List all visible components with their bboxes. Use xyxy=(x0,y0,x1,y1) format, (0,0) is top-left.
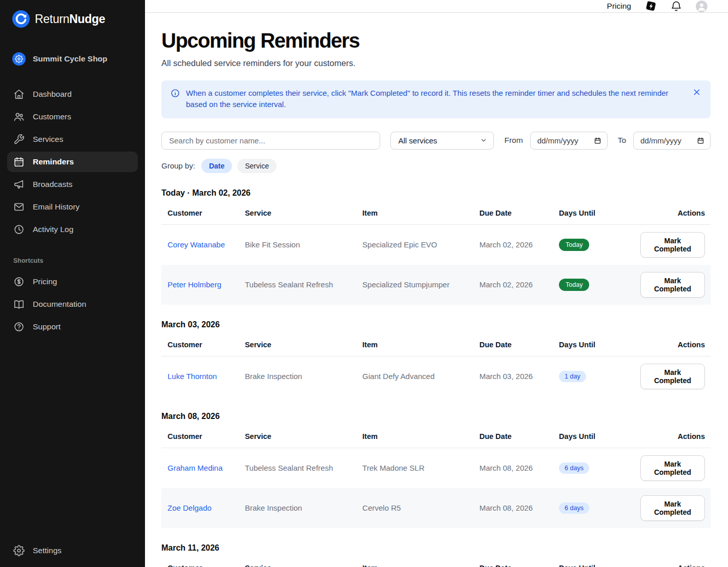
close-icon[interactable] xyxy=(692,88,701,97)
filters-bar: All services From dd/mm/yyyy To dd/mm/yy… xyxy=(161,132,711,150)
chevron-down-icon xyxy=(480,137,487,144)
customer-link[interactable]: Luke Thornton xyxy=(168,372,217,381)
shop-switcher[interactable]: Summit Cycle Shop xyxy=(7,48,138,70)
customer-link[interactable]: Corey Watanabe xyxy=(168,240,225,249)
group-by-pill-service[interactable]: Service xyxy=(237,159,277,173)
column-header-due-date: Due Date xyxy=(480,423,559,448)
due-date-cell: March 08, 2026 xyxy=(480,448,559,488)
sidebar-item-label: Customers xyxy=(33,112,71,121)
sidebar-item-settings[interactable]: Settings xyxy=(7,540,138,561)
reminder-group: March 08, 2026CustomerServiceItemDue Dat… xyxy=(161,412,711,528)
column-header-actions: Actions xyxy=(640,555,711,567)
days-until-badge: 1 day xyxy=(559,371,586,382)
topbar-pricing-link[interactable]: Pricing xyxy=(607,2,631,11)
content: Upcoming Reminders All scheduled service… xyxy=(145,13,728,567)
calendar-icon[interactable] xyxy=(697,137,704,144)
service-filter-value: All services xyxy=(398,136,437,145)
to-date-input[interactable]: dd/mm/yyyy xyxy=(633,132,711,150)
megaphone-icon xyxy=(13,179,25,190)
from-date-placeholder: dd/mm/yyyy xyxy=(537,136,578,145)
service-filter-select[interactable]: All services xyxy=(390,132,494,150)
table-row: Peter HolmbergTubeless Sealant RefreshSp… xyxy=(161,265,711,305)
sidebar-item-reminders[interactable]: Reminders xyxy=(7,152,138,172)
sidebar-item-customers[interactable]: Customers xyxy=(7,107,138,127)
sidebar-item-label: Documentation xyxy=(33,300,86,309)
days-until-badge: 6 days xyxy=(559,502,589,514)
mark-completed-button[interactable]: Mark Completed xyxy=(640,495,705,521)
table-row: Graham MedinaTubeless Sealant RefreshTre… xyxy=(161,448,711,488)
mark-completed-button[interactable]: Mark Completed xyxy=(640,272,705,298)
sidebar-item-broadcasts[interactable]: Broadcasts xyxy=(7,174,138,195)
reminders-table: CustomerServiceItemDue DateDays UntilAct… xyxy=(161,423,711,528)
calendar-icon xyxy=(13,156,25,167)
shortcut-item-documentation[interactable]: Documentation xyxy=(7,294,138,314)
sidebar-item-label: Activity Log xyxy=(33,225,73,234)
item-cell: Specialized Stumpjumper xyxy=(362,265,479,305)
column-header-item: Item xyxy=(362,555,479,567)
sidebar-item-dashboard[interactable]: Dashboard xyxy=(7,84,138,104)
reminder-group: March 11, 2026CustomerServiceItemDue Dat… xyxy=(161,543,711,567)
from-date-input[interactable]: dd/mm/yyyy xyxy=(530,132,608,150)
column-header-service: Service xyxy=(245,423,362,448)
days-until-badge: Today xyxy=(559,279,589,291)
topbar: Pricing xyxy=(145,0,728,13)
from-label: From xyxy=(504,136,523,145)
customer-link[interactable]: Peter Holmberg xyxy=(168,280,221,289)
sidebar-item-services[interactable]: Services xyxy=(7,129,138,150)
page-subtitle: All scheduled service reminders for your… xyxy=(161,58,711,68)
column-header-service: Service xyxy=(245,331,362,356)
mark-completed-button[interactable]: Mark Completed xyxy=(640,455,705,481)
group-by-label: Group by: xyxy=(161,161,195,170)
to-date-placeholder: dd/mm/yyyy xyxy=(640,136,681,145)
days-until-badge: 6 days xyxy=(559,463,589,474)
column-header-days-until: Days Until xyxy=(559,331,640,356)
column-header-service: Service xyxy=(245,200,362,225)
mark-completed-button[interactable]: Mark Completed xyxy=(640,232,705,258)
sidebar-item-label: Reminders xyxy=(33,157,74,166)
sidebar-item-label: Broadcasts xyxy=(33,180,73,189)
shop-name: Summit Cycle Shop xyxy=(33,54,108,64)
column-header-due-date: Due Date xyxy=(480,200,559,225)
sidebar: ReturnNudge Summit Cycle Shop DashboardC… xyxy=(0,0,145,567)
reminder-groups: Today · March 02, 2026CustomerServiceIte… xyxy=(161,188,711,567)
mark-completed-button[interactable]: Mark Completed xyxy=(640,364,705,389)
book-icon xyxy=(13,299,25,310)
column-header-actions: Actions xyxy=(640,200,711,225)
column-header-customer: Customer xyxy=(161,331,245,356)
column-header-actions: Actions xyxy=(640,331,711,356)
group-heading: March 08, 2026 xyxy=(161,412,711,421)
shortcut-item-pricing[interactable]: Pricing xyxy=(7,271,138,292)
shortcut-item-support[interactable]: Support xyxy=(7,317,138,337)
customer-link[interactable]: Zoe Delgado xyxy=(168,503,212,512)
brand-bolt-icon[interactable] xyxy=(644,0,657,12)
settings-row: Settings xyxy=(7,540,138,561)
table-row: Luke ThorntonBrake InspectionGiant Defy … xyxy=(161,356,711,396)
sidebar-shortcuts: PricingDocumentationSupport xyxy=(7,271,138,337)
user-avatar[interactable] xyxy=(696,1,708,12)
sidebar-item-activity-log[interactable]: Activity Log xyxy=(7,219,138,240)
sidebar-item-label: Email History xyxy=(33,202,79,212)
tools-icon xyxy=(13,134,25,145)
customer-link[interactable]: Graham Medina xyxy=(168,464,223,472)
column-header-actions: Actions xyxy=(640,423,711,448)
calendar-icon[interactable] xyxy=(594,137,601,144)
shop-gear-icon xyxy=(12,52,26,66)
notifications-bell-icon[interactable] xyxy=(670,0,682,12)
app-logo[interactable]: ReturnNudge xyxy=(7,7,138,31)
main-area: Pricing Upcoming Reminders All scheduled… xyxy=(145,0,728,567)
reminders-table: CustomerServiceItemDue DateDays UntilAct… xyxy=(161,555,711,567)
table-row: Corey WatanabeBike Fit SessionSpecialize… xyxy=(161,224,711,265)
column-header-service: Service xyxy=(245,555,362,567)
sidebar-item-email-history[interactable]: Email History xyxy=(7,197,138,217)
search-input[interactable] xyxy=(161,132,380,150)
sidebar-item-label: Dashboard xyxy=(33,90,72,99)
column-header-item: Item xyxy=(362,331,479,356)
returnnudge-refresh-icon xyxy=(12,10,30,28)
group-by-bar: Group by: DateService xyxy=(161,159,711,173)
group-by-pill-date[interactable]: Date xyxy=(201,159,232,173)
column-header-item: Item xyxy=(362,200,479,225)
group-heading: March 03, 2026 xyxy=(161,320,711,329)
to-label: To xyxy=(618,136,626,145)
sidebar-nav: DashboardCustomersServicesRemindersBroad… xyxy=(7,84,138,240)
due-date-cell: March 02, 2026 xyxy=(480,224,559,265)
